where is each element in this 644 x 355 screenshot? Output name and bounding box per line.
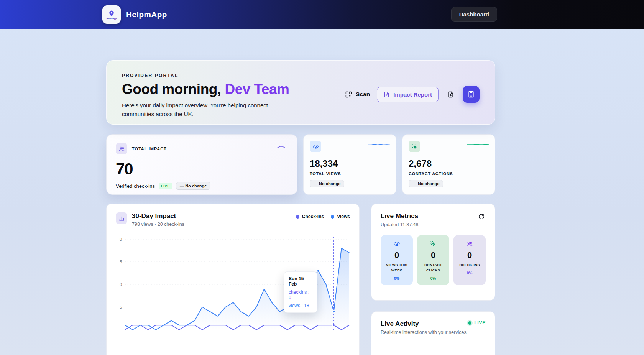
- impact-report-button[interactable]: Impact Report: [377, 87, 439, 102]
- views-sparkline: [368, 143, 390, 150]
- total-views-card: 18,334 TOTAL VIEWS — No change: [303, 134, 396, 195]
- refresh-icon: [478, 213, 485, 220]
- live-activity-badge: LIVE: [474, 320, 486, 325]
- greeting-prefix: Good morning,: [122, 81, 225, 97]
- live-dot-icon: [468, 321, 472, 325]
- live-metrics-title: Live Metrics: [381, 212, 418, 220]
- report-file-icon: [383, 91, 390, 98]
- right-column: Live Metrics Updated 11:37:48 0: [371, 204, 495, 355]
- live-activity-title: Live Activity: [381, 320, 419, 328]
- contact-actions-header: [409, 141, 489, 152]
- qr-scan-icon: [345, 91, 352, 98]
- metric-clicks-percent: 0%: [430, 276, 436, 281]
- chart-title: 30-Day Impact: [132, 212, 184, 220]
- legend-views[interactable]: Views: [331, 214, 350, 219]
- y-axis-labels: 0 5 0 5: [116, 236, 124, 336]
- live-chip: LIVE: [159, 183, 172, 189]
- total-impact-header: TOTAL IMPACT: [116, 143, 288, 154]
- metric-clicks-value: 0: [431, 250, 435, 260]
- y-tick: 0: [120, 237, 122, 242]
- live-activity-flag: LIVE: [468, 320, 486, 325]
- chart-titles: 30-Day Impact 798 views · 20 check-ins: [132, 212, 184, 227]
- hero-eyebrow: PROVIDER PORTAL: [122, 73, 289, 78]
- legend-checkins-label: Check-ins: [302, 214, 324, 219]
- total-impact-caption: Verified check-ins: [116, 183, 155, 189]
- y-tick: 0: [120, 282, 122, 287]
- views-change-badge: — No change: [310, 180, 344, 187]
- map-pin-icon: [108, 10, 115, 17]
- metric-views-percent: 0%: [394, 276, 399, 281]
- metric-views-week: 0 VIEWS THIS WEEK 0%: [381, 235, 413, 285]
- total-impact-card: TOTAL IMPACT 70 Verified check-ins LIVE …: [106, 134, 297, 195]
- cursor-click-icon: [430, 240, 437, 247]
- total-impact-value: 70: [116, 160, 288, 178]
- hero-subtitle: Here's your daily impact overview. You'r…: [122, 101, 283, 118]
- eye-icon: [393, 240, 400, 247]
- total-impact-label: TOTAL IMPACT: [132, 146, 167, 151]
- app-title: HelpmApp: [126, 10, 167, 19]
- impact-report-label: Impact Report: [393, 91, 432, 98]
- impact-sparkline: [266, 146, 288, 152]
- building-icon: [467, 90, 475, 98]
- greeting-heading: Good morning, Dev Team: [122, 81, 289, 97]
- organization-button[interactable]: [463, 86, 480, 103]
- brand[interactable]: HelpmApp HelpmApp: [102, 5, 167, 24]
- top-nav: HelpmApp HelpmApp Dashboard: [0, 0, 644, 29]
- actions-change-badge: — No change: [409, 180, 443, 187]
- nav-dashboard-button[interactable]: Dashboard: [451, 7, 497, 22]
- logo-micro-text: HelpmApp: [107, 17, 117, 20]
- live-metrics-header: Live Metrics Updated 11:37:48: [381, 212, 486, 227]
- users-icon: [118, 146, 125, 152]
- legend-checkins[interactable]: Check-ins: [296, 214, 324, 219]
- scan-button[interactable]: Scan: [345, 91, 370, 98]
- metric-checkins: 0 CHECK-INS 0%: [453, 235, 486, 285]
- tooltip-views: views : 18: [289, 303, 312, 308]
- users-icon-tile: [116, 143, 127, 154]
- tooltip-date: Sun 15 Feb: [289, 276, 312, 287]
- actions-sparkline: [467, 143, 489, 150]
- tooltip-checkins: checkIns : 0: [289, 289, 312, 300]
- metric-checkins-label: CHECK-INS: [458, 263, 481, 268]
- impact-chart-card: 30-Day Impact 798 views · 20 check-ins C…: [106, 204, 360, 355]
- live-activity-card: Live Activity LIVE Real-time interaction…: [371, 311, 495, 355]
- cursor-click-icon-tile: [409, 141, 420, 152]
- bar-chart-icon: [118, 215, 125, 222]
- eye-icon: [312, 143, 319, 150]
- export-report-button[interactable]: [445, 89, 456, 100]
- file-download-icon: [447, 91, 454, 98]
- metric-views-label: VIEWS THIS WEEK: [386, 263, 408, 273]
- y-tick: 5: [120, 260, 122, 264]
- users-icon: [466, 240, 473, 247]
- chart-area[interactable]: 0 5 0 5 Sun 15 Feb checkIns : 0: [116, 236, 350, 336]
- metric-contact-clicks: 0 CONTACT CLICKS 0%: [417, 235, 449, 285]
- metric-checkins-value: 0: [467, 250, 472, 260]
- eye-icon-tile: [310, 141, 321, 152]
- metric-clicks-label: CONTACT CLICKS: [422, 263, 444, 273]
- chart-tooltip: Sun 15 Feb checkIns : 0 views : 18: [284, 271, 317, 313]
- scan-label: Scan: [356, 91, 370, 98]
- hero-card: PROVIDER PORTAL Good morning, Dev Team H…: [106, 60, 495, 125]
- y-tick: 5: [120, 305, 122, 309]
- cursor-click-icon: [411, 143, 418, 150]
- metric-checkins-percent: 0%: [467, 271, 472, 275]
- chart-legend: Check-ins Views: [296, 212, 350, 219]
- live-activity-header: Live Activity LIVE: [381, 320, 486, 328]
- metric-views-value: 0: [394, 250, 399, 260]
- refresh-button[interactable]: [477, 212, 486, 221]
- chart-header: 30-Day Impact 798 views · 20 check-ins C…: [116, 212, 350, 227]
- contact-actions-label: CONTACT ACTIONS: [409, 171, 489, 176]
- legend-views-label: Views: [337, 214, 350, 219]
- hero-actions: Scan Impact Report: [345, 86, 480, 103]
- greeting-name: Dev Team: [225, 81, 289, 97]
- chart-subtitle: 798 views · 20 check-ins: [132, 222, 184, 227]
- contact-actions-value: 2,678: [409, 158, 489, 169]
- hero-text-block: PROVIDER PORTAL Good morning, Dev Team H…: [122, 73, 289, 112]
- total-views-header: [310, 141, 390, 152]
- live-metrics-updated: Updated 11:37:48: [381, 222, 418, 227]
- impact-change-badge: — No change: [176, 182, 210, 190]
- contact-actions-card: 2,678 CONTACT ACTIONS — No change: [402, 134, 495, 195]
- bottom-grid: 30-Day Impact 798 views · 20 check-ins C…: [106, 204, 495, 355]
- live-activity-subtitle: Real-time interactions with your service…: [381, 330, 486, 335]
- total-views-value: 18,334: [310, 158, 390, 169]
- metric-tiles: 0 VIEWS THIS WEEK 0% 0 CONTACT CLICKS 0%: [381, 235, 486, 285]
